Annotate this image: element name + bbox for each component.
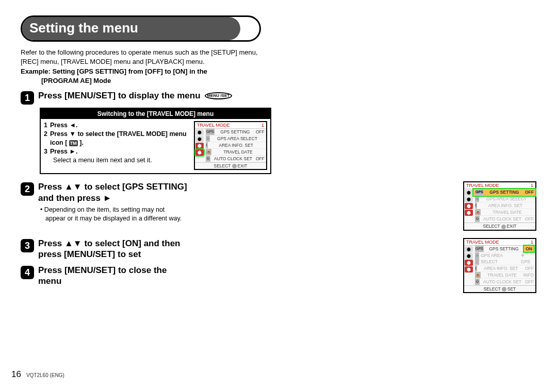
manual-page: Setting the menu Refer to the following … bbox=[0, 0, 557, 392]
sub2-n: 2 bbox=[44, 130, 50, 147]
shot1-sidebar: ⬤⬤⬤⬤ bbox=[195, 129, 204, 162]
step-2-text: Press ▲▼ to select [GPS SETTING] and the… bbox=[38, 181, 188, 203]
intro-paragraph: Refer to the following procedures to ope… bbox=[21, 48, 268, 66]
steps-3-4: 3 Press ▲▼ to select [ON] and then press… bbox=[21, 238, 188, 287]
sub1-t: Press ◄. bbox=[50, 121, 77, 130]
example-line-2: [PROGRAM AE] Mode bbox=[21, 76, 268, 86]
step-3-number: 3 bbox=[21, 239, 34, 252]
example-line-1: Example: Setting [GPS SETTING] from [OFF… bbox=[21, 67, 207, 75]
screenshot-1: TRAVEL MODE1 ⬤⬤⬤⬤ GPSGPS SETTINGOFF ☆GPS… bbox=[194, 121, 267, 170]
sub3-n: 3 bbox=[44, 147, 50, 156]
sub1-n: 1 bbox=[44, 121, 50, 130]
screenshot-2: TRAVEL MODE1 ⬤⬤⬤⬤ GPSGPS SETTINGOFF ☆GPS… bbox=[463, 181, 536, 230]
sidebar-travel-icon: ⬤ bbox=[195, 149, 204, 156]
section-title: Setting the menu bbox=[22, 17, 240, 40]
subbox-steps: 1Press ◄. 2 Press ▼ to select the [TRAVE… bbox=[44, 121, 191, 170]
page-footer: 16 VQT2L60 (ENG) bbox=[11, 369, 64, 380]
shot2-selected-row: GPSGPS SETTINGOFF bbox=[473, 189, 535, 196]
sub3-t: Press ►. bbox=[50, 147, 77, 156]
step-2-number: 2 bbox=[21, 182, 34, 196]
subbox-bullet: Select a menu item next and set it. bbox=[44, 156, 191, 165]
step-4-number: 4 bbox=[21, 266, 34, 279]
travel-mode-chip-icon: TM bbox=[69, 140, 78, 146]
step-1-number: 1 bbox=[21, 91, 34, 105]
example-line: Example: Setting [GPS SETTING] from [OFF… bbox=[21, 67, 268, 85]
step-4-text: Press [MENU/SET] to close the menu bbox=[38, 265, 188, 287]
step-2-block: 2 Press ▲▼ to select [GPS SETTING] and t… bbox=[21, 181, 188, 223]
step-2-note: Depending on the item, its setting may n… bbox=[45, 206, 185, 223]
page-number: 16 bbox=[11, 369, 21, 380]
section-title-frame: Setting the menu bbox=[21, 15, 261, 42]
sub2-t-b: ]. bbox=[79, 139, 84, 146]
subbox-header: Switching to the [TRAVEL MODE] menu bbox=[41, 109, 270, 119]
shot3-on-highlight: ON bbox=[524, 246, 534, 252]
doc-code: VQT2L60 (ENG) bbox=[26, 372, 64, 378]
screenshot-3: TRAVEL MODE1 ⬤⬤⬤⬤ GPSGPS SETTINGON ☆GPS … bbox=[463, 238, 536, 293]
step-1-text: Press [MENU/SET] to display the menu bbox=[38, 90, 201, 101]
joystick-icon bbox=[232, 164, 237, 168]
step-1-text-row: Press [MENU/SET] to display the menu MEN… bbox=[38, 90, 232, 101]
travel-mode-subbox: Switching to the [TRAVEL MODE] menu 1Pre… bbox=[40, 108, 271, 174]
step-3-text: Press ▲▼ to select [ON] and then press [… bbox=[38, 238, 188, 260]
menu-set-icon: MENU /SET bbox=[205, 92, 233, 99]
shot1-page: 1 bbox=[261, 123, 264, 128]
joystick-icon bbox=[502, 287, 506, 292]
shot1-title: TRAVEL MODE bbox=[197, 123, 230, 128]
step-1: 1 Press [MENU/SET] to display the menu M… bbox=[21, 90, 536, 105]
sub2-t: Press ▼ to select the [TRAVEL MODE] menu… bbox=[50, 130, 191, 147]
joystick-icon bbox=[501, 225, 506, 229]
